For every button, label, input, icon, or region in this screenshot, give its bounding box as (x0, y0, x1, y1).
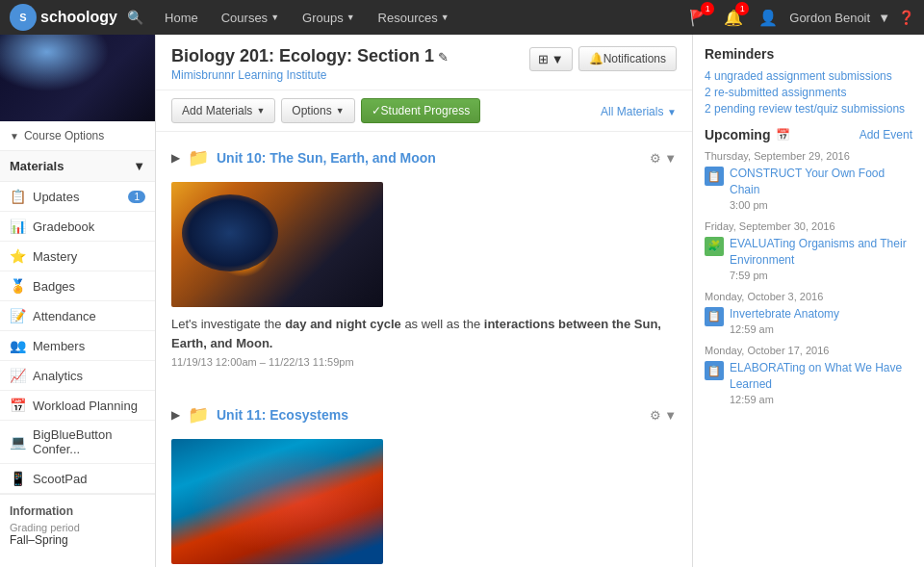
event-evaluating: 🧩 EVALUATing Organisms and Their Environ… (705, 236, 912, 283)
event-evaluating-text: EVALUATing Organisms and Their Environme… (730, 236, 912, 283)
nav-links: Home Courses ▼ Groups ▼ Resources ▼ (153, 0, 461, 35)
unit-10-title[interactable]: Unit 10: The Sun, Earth, and Moon (217, 150, 436, 166)
add-event-link[interactable]: Add Event (860, 128, 912, 142)
nav-resources[interactable]: Resources ▼ (367, 0, 461, 35)
unit-11-gear-icon[interactable]: ⚙ ▼ (650, 408, 677, 423)
nav-right: 🚩 1 🔔 1 👤 Gordon Benoit ▼ ❓ (685, 4, 914, 31)
logo-text: schoology (40, 9, 117, 26)
date-oct-17: Monday, October 17, 2016 (705, 345, 912, 356)
sidebar-item-mastery[interactable]: ⭐ Mastery (0, 242, 155, 271)
course-title-row: Biology 201: Ecology: Section 1 ✎ (171, 46, 449, 66)
date-sep-29: Thursday, September 29, 2016 (705, 150, 912, 162)
sidebar-item-label: Members (33, 339, 85, 353)
nav-groups[interactable]: Groups ▼ (291, 0, 367, 35)
user-name[interactable]: Gordon Benoit (789, 11, 870, 25)
notifications-label: Notifications (603, 52, 666, 65)
event-elaborating-time: 12:59 am (730, 393, 912, 407)
flag-notification-btn[interactable]: 🚩 1 (685, 4, 712, 31)
sidebar-item-analytics[interactable]: 📈 Analytics (0, 361, 155, 391)
filter-arrow-icon[interactable]: ▼ (667, 107, 677, 117)
materials-label: Materials (10, 159, 64, 173)
sidebar-item-bigbluebutton[interactable]: 💻 BigBlueButton Confer... (0, 421, 155, 464)
event-invertebrate: 📋 Invertebrate Anatomy 12:59 am (705, 306, 912, 337)
analytics-icon: 📈 (10, 368, 25, 383)
logo[interactable]: S schoology (10, 4, 117, 31)
event-invertebrate-text: Invertebrate Anatomy 12:59 am (730, 306, 839, 337)
sidebar-item-updates[interactable]: 📋 Updates 1 (0, 182, 155, 212)
reminder-resubmitted[interactable]: 2 re-submitted assignments (705, 86, 912, 99)
upcoming-title: Upcoming (705, 127, 770, 142)
left-sidebar: ▼ Course Options Materials ▼ 📋 Updates 1… (0, 35, 156, 567)
materials-section[interactable]: Materials ▼ (0, 151, 155, 182)
sidebar-item-attendance[interactable]: 📝 Attendance (0, 301, 155, 331)
reminder-pending-review[interactable]: 2 pending review test/quiz submissions (705, 102, 912, 116)
unit-11-title[interactable]: Unit 11: Ecosystems (217, 407, 348, 423)
bell-badge: 1 (735, 2, 749, 15)
sidebar-item-members[interactable]: 👥 Members (0, 331, 155, 361)
event-evaluating-title[interactable]: EVALUATing Organisms and Their Environme… (730, 236, 912, 269)
event-invertebrate-time: 12:59 am (730, 322, 839, 337)
filter-area: All Materials ▼ (601, 104, 677, 118)
bigbluebutton-icon: 💻 (10, 434, 25, 450)
event-evaluating-icon: 🧩 (705, 237, 724, 256)
reminder-ungraded[interactable]: 4 ungraded assignment submissions (705, 69, 912, 83)
sidebar-item-label: BigBlueButton Confer... (33, 427, 145, 456)
unit-11-toggle[interactable]: ▶ (171, 408, 180, 422)
grading-period-value: Fall–Spring (10, 533, 145, 547)
event-evaluating-time: 7:59 pm (730, 269, 912, 283)
student-progress-btn[interactable]: ✓ Student Progress (361, 98, 481, 123)
add-materials-btn[interactable]: Add Materials ▼ (171, 98, 275, 123)
main-content: Biology 201: Ecology: Section 1 ✎ Mimisb… (156, 35, 693, 567)
sidebar-item-workload-planning[interactable]: 📅 Workload Planning (0, 391, 155, 421)
add-materials-label: Add Materials (182, 104, 252, 117)
options-arrow-icon: ▼ (336, 106, 345, 116)
right-sidebar: Reminders 4 ungraded assignment submissi… (693, 35, 924, 567)
search-icon[interactable]: 🔍 (127, 10, 143, 25)
unit-10-gear-icon[interactable]: ⚙ ▼ (650, 151, 677, 166)
user-menu-arrow[interactable]: ▼ (878, 11, 890, 25)
layout-toggle-btn[interactable]: ⊞ ▼ (529, 47, 573, 71)
event-invertebrate-icon: 📋 (705, 307, 724, 326)
sidebar-item-label: Analytics (33, 369, 83, 383)
sidebar-info: Information Grading period Fall–Spring (0, 494, 155, 556)
bell-notification-btn[interactable]: 🔔 1 (720, 4, 747, 31)
sidebar-item-badges[interactable]: 🏅 Badges (0, 271, 155, 301)
unit-10-toggle[interactable]: ▶ (171, 151, 180, 165)
notifications-btn[interactable]: 🔔 Notifications (578, 46, 677, 71)
toolbar: Add Materials ▼ Options ▼ ✓ Student Prog… (156, 90, 692, 132)
help-icon[interactable]: ❓ (898, 10, 914, 25)
scootpad-icon: 📱 (10, 471, 25, 486)
layout-icon: ⊞ (538, 52, 549, 66)
event-invertebrate-title[interactable]: Invertebrate Anatomy (730, 306, 839, 322)
student-progress-label: Student Progress (381, 104, 471, 117)
event-elaborating-title[interactable]: ELABORATing on What We Have Learned (730, 360, 912, 393)
nav-courses[interactable]: Courses ▼ (210, 0, 291, 35)
unit-10-section: ▶ 📁 Unit 10: The Sun, Earth, and Moon ⚙ … (156, 132, 692, 389)
bell-icon: 🔔 (589, 52, 603, 65)
edit-title-icon[interactable]: ✎ (438, 50, 449, 64)
event-construct-title[interactable]: CONSTRUCT Your Own Food Chain (730, 166, 912, 198)
materials-arrow-icon: ▼ (133, 159, 145, 173)
nav-home[interactable]: Home (153, 0, 210, 35)
course-options-toggle[interactable]: ▼ Course Options (0, 121, 155, 151)
toggle-arrow-icon: ▼ (10, 131, 19, 142)
toolbar-left: Add Materials ▼ Options ▼ ✓ Student Prog… (171, 98, 480, 123)
event-construct: 📋 CONSTRUCT Your Own Food Chain 3:00 pm (705, 166, 912, 213)
event-construct-icon: 📋 (705, 167, 724, 186)
updates-icon: 📋 (10, 189, 25, 204)
user-avatar-btn[interactable]: 👤 (755, 4, 782, 31)
all-materials-filter[interactable]: All Materials (601, 105, 663, 118)
upcoming-title-area: Upcoming 📅 (705, 127, 790, 142)
options-btn[interactable]: Options ▼ (281, 98, 354, 123)
top-navigation: S schoology 🔍 Home Courses ▼ Groups ▼ Re… (0, 0, 924, 35)
upcoming-calendar-icon[interactable]: 📅 (776, 128, 790, 142)
course-title: Biology 201: Ecology: Section 1 (171, 46, 434, 65)
course-header-left: Biology 201: Ecology: Section 1 ✎ Mimisb… (171, 46, 449, 82)
sidebar-item-scootpad[interactable]: 📱 ScootPad (0, 464, 155, 494)
layout-arrow-icon: ▼ (552, 52, 564, 66)
add-materials-arrow-icon: ▼ (256, 106, 265, 116)
unit-11-image (171, 439, 383, 564)
unit-10-header: ▶ 📁 Unit 10: The Sun, Earth, and Moon ⚙ … (171, 142, 677, 174)
sidebar-item-gradebook[interactable]: 📊 Gradebook (0, 212, 155, 242)
course-institution[interactable]: Mimisbrunnr Learning Institute (171, 68, 449, 82)
